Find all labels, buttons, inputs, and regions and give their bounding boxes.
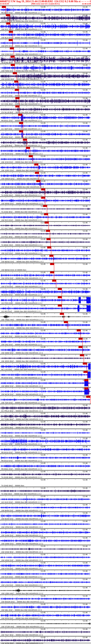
trace-row: 21:4521:46UW SMOH EHZ -- 99999.0km BW HI…	[0, 172, 91, 180]
pick-flag-badge[interactable]: xT 4	[45, 222, 49, 224]
trace-station-label: UW MCW EHZ -- 99999.0km BW HIGHPASS 2.0 …	[1, 393, 43, 396]
pick-flag-badge[interactable]: xT 4	[86, 396, 90, 398]
trace-row: 21:4521:46UW JEDS BHZ -- 99999.0km BW HI…	[0, 354, 91, 362]
trace-row: 21:4521:46UW CPW EHZ -- 99999.0km BW HIG…	[0, 520, 91, 528]
pick-flag-badge[interactable]: xT 4	[6, 14, 10, 16]
pick-flag-badge[interactable]: xT 4	[14, 80, 18, 82]
trace-station-label: TA I05D BHZ -- 99999.0km BW HIGHPASS 2.0…	[1, 493, 41, 495]
trace-station-label: UW WRW EHZ -- 99999.0km BW HIGHPASS 2.0 …	[1, 202, 43, 204]
event-header: 60848722 UW Aug 19, 2014 21:44:22.00 48.…	[0, 0, 91, 3]
pick-flag-badge[interactable]: xT 4	[46, 230, 50, 232]
pick-flag-badge[interactable]: xT 4	[15, 89, 19, 91]
pick-flag-badge[interactable]: xT 4	[9, 39, 13, 41]
pick-flag-badge[interactable]: xT 4	[58, 296, 62, 298]
pick-flag-badge[interactable]: xT 4	[26, 147, 30, 149]
pick-flag-badge[interactable]: xT 4	[80, 354, 84, 356]
pick-flag-badge[interactable]: xT 4	[2, 6, 6, 8]
pick-flag-badge[interactable]: xT 4	[49, 255, 53, 257]
pick-flag-badge[interactable]: xT 4	[84, 379, 88, 381]
trace-station-label: TA M04C BHZ -- 99999.0km BW HIGHPASS 2.0…	[1, 244, 42, 246]
rms-scale-note: (RMS noise over 6.0 s scaled 20.0 x)	[31, 3, 60, 5]
trace-row: 21:4521:46UW GHW EHZ -- 99999.0km BW HIG…	[0, 528, 91, 536]
trace-station-label: UW RVC EHZ -- 99999.0km BW HIGHPASS 2.0 …	[1, 28, 42, 30]
trace-station-label: UW JCW EHZ -- 99999.0km BW HIGHPASS 2.0 …	[1, 161, 42, 163]
pick-flag-badge[interactable]: xT 4	[9, 31, 13, 33]
trace-row: 21:4521:46CC PRLK BHZ -- 99999.0km BW HI…	[0, 404, 91, 412]
pick-flag-badge[interactable]: xT 4	[41, 188, 45, 190]
trace-station-label: UW MOON EHZ -- 99999.0km BW HIGHPASS 2.0…	[1, 601, 44, 603]
trace-station-label: UW ON2 EHZ -- 99999.0km BW HIGHPASS 2.0 …	[1, 344, 42, 346]
pick-flag-badge[interactable]: xT 4	[44, 213, 48, 215]
trace-station-label: UW KOS EHZ -- 99999.0km BW HIGHPASS 2.0 …	[1, 576, 42, 578]
trace-station-label: TA D03D BHZ -- 99999.0km BW HIGHPASS 2.0…	[1, 476, 42, 478]
pick-flag-badge[interactable]: xT 4	[50, 272, 54, 273]
trace-station-label: UW FMW EHZ -- 99999.0km BW HIGHPASS 2.0 …	[1, 70, 43, 72]
pick-flag-badge[interactable]: xT 4	[34, 164, 38, 166]
trace-row: 21:4521:46TA E04D BHZ -- 99999.0km BW HI…	[0, 55, 91, 64]
trace-row: 21:4521:46PB B040 EHZ -- 99999.0km BW HI…	[0, 370, 91, 379]
trace-station-label: CN PGC BHZ -- 99999.0km BW HIGHPASS 2.0 …	[1, 236, 42, 238]
trace-row: 21:4521:46UW GLDO EHZ -- 99999.0km BW HI…	[0, 321, 91, 329]
trace-station-label: UW RPW EHZ -- 99999.0km BW HIGHPASS 2.0 …	[1, 617, 43, 620]
pick-flag-badge[interactable]: xT 4	[52, 280, 56, 282]
trace-row: 21:4521:46CC VALT BHZ -- 99999.0km BW HI…	[0, 221, 91, 230]
pick-flag-badge[interactable]: xT 4	[19, 122, 23, 124]
trace-station-label: UW GLDO EHZ -- 99999.0km BW HIGHPASS 2.0…	[1, 327, 44, 329]
trace-station-label: UW TOLT BHZ -- 99999.0km BW HIGHPASS 2.0…	[1, 634, 43, 636]
pick-flag-badge[interactable]: xT 4	[79, 346, 83, 348]
trace-row: 21:4521:46UW DOSE BHZ -- 99999.0km BW HI…	[0, 72, 91, 80]
pick-flag-badge[interactable]: xT 4	[19, 130, 23, 132]
trace-station-label: CN NLLB BHZ -- 99999.0km BW HIGHPASS 2.0…	[1, 111, 43, 113]
trace-station-label: CC TCBU BHZ -- 99999.0km BW HIGHPASS 2.0…	[1, 418, 43, 420]
trace-station-label: UO FRIS EHZ -- 99999.0km BW HIGHPASS 2.0…	[1, 302, 42, 304]
pick-flag-badge[interactable]: xT 4	[43, 205, 47, 207]
pick-flag-badge[interactable]: xT 4	[64, 321, 68, 323]
trace-station-label: CC CIHL BHZ -- 99999.0km BW HIGHPASS 2.0…	[1, 103, 42, 105]
trace-station-label: UW STOR HHZ -- 99999.0km BW HIGHPASS 2.0…	[1, 626, 44, 628]
pick-flag-badge[interactable]: xT 4	[23, 139, 27, 140]
trace-row: 21:4521:46UW GMW EHZ -- 99999.0km BW HIG…	[0, 536, 91, 545]
pick-flag-badge[interactable]: xT 4	[29, 155, 33, 157]
pick-flag-badge[interactable]: xT 4	[83, 363, 87, 364]
trace-station-label: UW BEND EHZ -- 99999.0km BW HIGHPASS 2.0…	[1, 260, 44, 263]
trace-row: 21:4521:46UW LKWW EHZ -- 99999.0km BW HI…	[0, 80, 91, 88]
pick-flag-badge[interactable]: xT 4	[58, 288, 62, 290]
trace-station-label: UW OCP EHZ -- 99999.0km BW HIGHPASS 2.0 …	[1, 252, 42, 254]
pick-flag-badge[interactable]: xT 4	[77, 330, 81, 332]
pick-flag-badge[interactable]: xT 4	[6, 22, 10, 24]
trace-row: 21:4521:46UW BEND EHZ -- 99999.0km BW HI…	[0, 254, 91, 263]
trace-row: 21:4521:46UW GSM EHZ -- 99999.0km BW HIG…	[0, 47, 91, 55]
trace-row: 21:4521:46UW BHW EHZ -- 99999.0km BW HIG…	[0, 503, 91, 512]
trace-station-label: US HUD EHZ 00 99999.0km BW HIGHPASS 2.0 …	[1, 20, 43, 22]
pick-flag-badge[interactable]: xT 4	[10, 48, 14, 49]
trace-row: 21:4521:46UW LEBA HHZ -- 99999.0km BW HI…	[0, 586, 91, 594]
trace-row: 21:4521:46UW WRW EHZ -- 99999.0km BW HIG…	[0, 196, 91, 204]
pick-flag-badge[interactable]: xT 4	[35, 172, 39, 174]
pick-flag-badge[interactable]: xT 4	[15, 97, 19, 99]
pick-flag-badge[interactable]: xT 4	[15, 106, 19, 108]
pick-flag-badge[interactable]: xT 4	[46, 238, 50, 240]
pick-flag-badge[interactable]: xT 4	[41, 197, 45, 199]
trace-row: 21:4521:46UW MBW EHZ -- 99999.0km BW HIG…	[0, 379, 91, 387]
trace-row: 21:4521:46UW TREE HHZ -- 99999.0km BW HI…	[0, 312, 91, 321]
pick-flag-badge[interactable]: xT 4	[18, 114, 22, 116]
pick-flag-badge[interactable]: xT 4	[84, 371, 88, 373]
pick-flag-badge[interactable]: xT 4	[10, 56, 14, 58]
window-start-time: 21:44:02.00	[0, 3, 9, 5]
pick-flag-badge[interactable]: xT 4	[58, 304, 62, 306]
trace-station-label: PB B031 EHZ -- 99999.0km BW HIGHPASS 2.0…	[1, 120, 42, 122]
trace-row: 21:4521:46UW ON2 EHZ -- 99999.0km BW HIG…	[0, 337, 91, 346]
pick-flag-badge[interactable]: xT 4	[84, 388, 88, 390]
pick-flag-badge[interactable]: xT 4	[47, 246, 51, 248]
pick-flag-badge[interactable]: xT 4	[11, 64, 15, 66]
trace-station-label: TA G05D BHZ -- 99999.0km BW HIGHPASS 2.0…	[1, 194, 42, 196]
pick-flag-badge[interactable]: xT 4	[36, 180, 40, 182]
pick-flag-badge[interactable]: xT 4	[50, 263, 54, 265]
trace-row: 21:4521:46TA A04D BHZ -- 99999.0km BW HI…	[0, 204, 91, 213]
pick-flag-badge[interactable]: xT 4	[79, 338, 83, 340]
trace-row: 21:4521:46UW HTW EHZ -- 99999.0km BW HIG…	[0, 561, 91, 570]
window-end-time: 21:46:12.00	[82, 3, 91, 5]
pick-flag-badge[interactable]: xT 4	[60, 313, 64, 315]
seismogram-viewer: 60848722 UW Aug 19, 2014 21:44:22.00 48.…	[0, 0, 91, 644]
pick-flag-badge[interactable]: xT 4	[13, 72, 17, 74]
